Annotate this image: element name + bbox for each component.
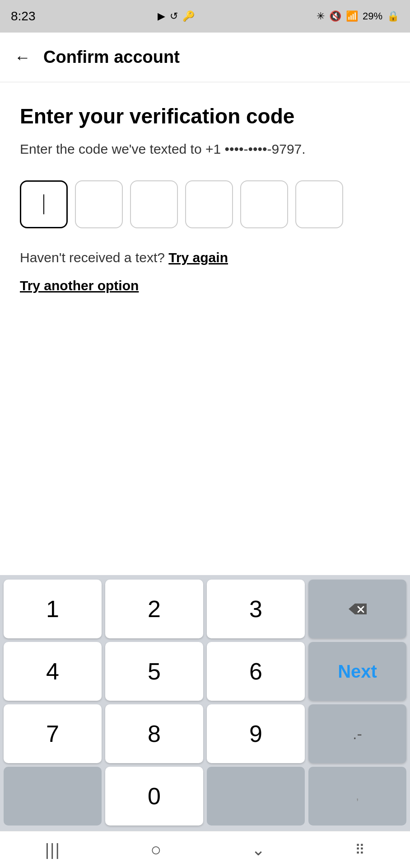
keyboard-wrapper: 1 2 3 4 5 6 Next 7 8 9 .-: [0, 575, 410, 868]
code-box-6[interactable]: [295, 180, 343, 228]
mute-icon: 🔇: [329, 10, 341, 22]
code-box-5[interactable]: [240, 180, 288, 228]
nav-back[interactable]: ⌄: [252, 840, 265, 859]
keyboard: 1 2 3 4 5 6 Next 7 8 9 .-: [0, 575, 410, 831]
battery-icon: 🔒: [387, 10, 399, 22]
key-empty-right: ,: [308, 767, 406, 826]
key-4[interactable]: 4: [4, 642, 102, 701]
key-row-1: 1 2 3: [4, 580, 406, 638]
status-icons-left: ▶ ↺ 🔑: [158, 10, 195, 22]
app-header: ← Confirm account: [0, 33, 410, 82]
camera-icon: ▶: [158, 10, 165, 22]
bluetooth-icon: ✳: [317, 10, 325, 22]
key-1[interactable]: 1: [4, 580, 102, 638]
key-row-4: 0 ,: [4, 767, 406, 826]
backspace-key[interactable]: [308, 580, 406, 638]
key-icon: 🔑: [182, 10, 195, 22]
code-box-2[interactable]: [75, 180, 123, 228]
subtitle-suffix: 9797.: [272, 142, 306, 156]
status-icons-right: ✳ 🔇 📶 29% 🔒: [317, 10, 399, 22]
sync-icon: ↺: [170, 10, 178, 22]
system-nav-bar: ||| ○ ⌄ ⠿: [0, 831, 410, 868]
key-6[interactable]: 6: [207, 642, 305, 701]
resend-prefix: Haven't received a text?: [20, 250, 165, 265]
try-another-option-link[interactable]: Try another option: [20, 278, 139, 293]
key-row-2: 4 5 6 Next: [4, 642, 406, 701]
key-9[interactable]: 9: [207, 704, 305, 763]
battery-text: 29%: [363, 10, 382, 22]
nav-home[interactable]: ○: [150, 840, 161, 860]
key-empty-middle: [207, 767, 305, 826]
code-input-group: [20, 180, 390, 228]
key-0[interactable]: 0: [105, 767, 203, 826]
main-content: Enter your verification code Enter the c…: [0, 82, 410, 311]
next-key[interactable]: Next: [308, 642, 406, 701]
resend-row: Haven't received a text? Try again: [20, 250, 390, 265]
key-7[interactable]: 7: [4, 704, 102, 763]
key-empty-left: [4, 767, 102, 826]
text-cursor: [43, 194, 44, 214]
subtitle-prefix: Enter the code we've texted to +1 ••••-•…: [20, 142, 272, 156]
key-8[interactable]: 8: [105, 704, 203, 763]
symbol-key[interactable]: .-: [308, 704, 406, 763]
wifi-icon: 📶: [346, 10, 358, 22]
key-3[interactable]: 3: [207, 580, 305, 638]
code-box-4[interactable]: [185, 180, 233, 228]
key-2[interactable]: 2: [105, 580, 203, 638]
code-box-1[interactable]: [20, 180, 68, 228]
nav-keyboard-icon[interactable]: ⠿: [355, 842, 365, 858]
page-title: Confirm account: [43, 47, 180, 67]
try-again-link[interactable]: Try again: [168, 250, 228, 265]
code-box-3[interactable]: [130, 180, 178, 228]
alt-option-row: Try another option: [20, 278, 390, 293]
key-5[interactable]: 5: [105, 642, 203, 701]
back-button[interactable]: ←: [14, 48, 31, 67]
nav-recents[interactable]: |||: [45, 840, 61, 859]
verify-heading: Enter your verification code: [20, 104, 390, 129]
status-time: 8:23: [11, 9, 36, 24]
verify-subtitle: Enter the code we've texted to +1 ••••-•…: [20, 140, 390, 159]
status-bar: 8:23 ▶ ↺ 🔑 ✳ 🔇 📶 29% 🔒: [0, 0, 410, 33]
key-row-3: 7 8 9 .-: [4, 704, 406, 763]
